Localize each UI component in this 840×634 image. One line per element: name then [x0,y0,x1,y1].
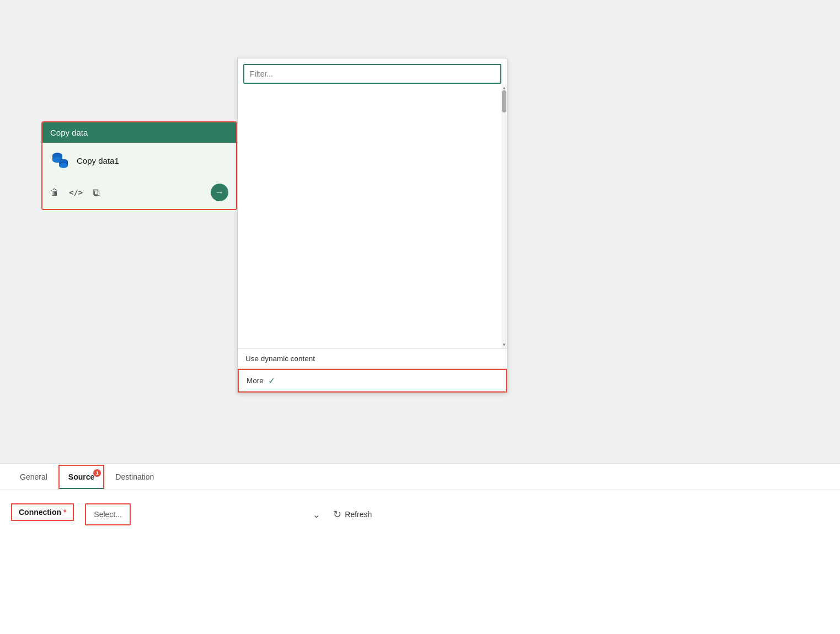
dropdown-list-area[interactable]: ▲ ▼ [238,84,507,348]
copy-data-name: Copy data1 [77,156,119,165]
delete-icon[interactable]: 🗑 [50,187,59,197]
scrollbar-arrow-down: ▼ [501,341,507,348]
tab-content-area: Connection * Select... ↻ Refresh [0,490,840,539]
filter-input[interactable] [243,64,501,84]
source-tab-badge: 1 [93,469,101,477]
copy-data-card-body: Copy data1 🗑 </> ⧉ → [42,143,236,209]
arrow-right-icon: → [215,187,224,197]
copy-data-actions: 🗑 </> ⧉ → [50,181,228,201]
svg-point-3 [59,163,68,168]
refresh-button[interactable]: ↻ Refresh [333,508,372,520]
more-option[interactable]: More ✓ [238,369,507,393]
refresh-icon: ↻ [333,508,341,520]
database-icon [50,151,70,170]
tab-source[interactable]: Source 1 [58,465,104,489]
copy-data-card: Copy data Copy data1 🗑 </> ⧉ [41,121,237,210]
copy-data-card-header: Copy data [42,122,236,143]
tabs-row: General Source 1 Destination [0,464,840,490]
tab-general[interactable]: General [11,466,56,488]
tab-destination[interactable]: Destination [106,466,163,488]
required-indicator: * [63,508,66,517]
code-icon[interactable]: </> [69,188,83,197]
navigate-button[interactable]: → [211,184,228,201]
dropdown-panel: ▲ ▼ Use dynamic content More ✓ [237,58,507,393]
copy-data-item: Copy data1 [50,151,228,170]
dynamic-content-option[interactable]: Use dynamic content [238,349,507,369]
copy-icon[interactable]: ⧉ [93,187,100,198]
scrollbar-thumb [502,90,506,112]
scrollbar: ▲ ▼ [501,84,507,348]
bottom-area: General Source 1 Destination Connection … [0,463,840,634]
action-icons: 🗑 </> ⧉ [50,187,100,198]
connection-select-container: Select... ↻ Refresh [85,503,372,525]
select-wrapper: Select... [85,503,327,525]
main-canvas: Copy data Copy data1 🗑 </> ⧉ [0,0,840,634]
filter-input-container [238,58,507,84]
connection-label: Connection * [11,503,74,521]
checkmark-arrow-icon: ✓ [268,375,275,386]
connection-select[interactable]: Select... [85,503,131,525]
